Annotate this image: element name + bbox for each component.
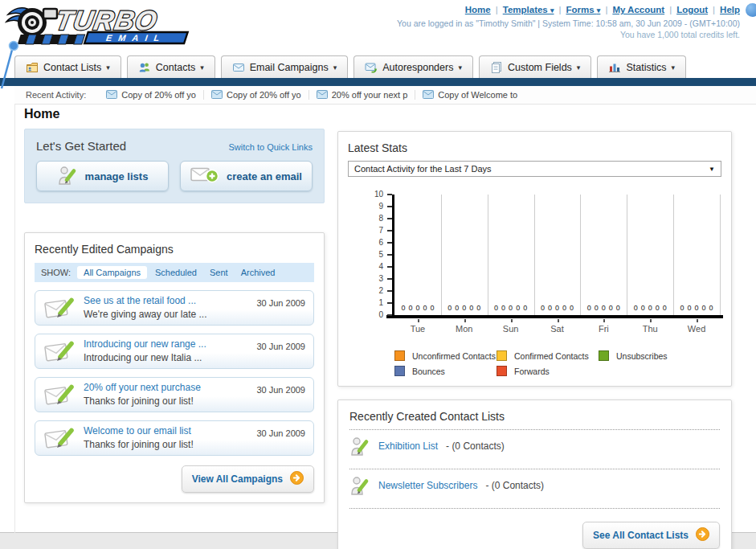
chart-value-label: 0 <box>602 304 606 312</box>
contact-list-name-link[interactable]: Exhibition List <box>378 440 438 452</box>
x-tick-mark <box>603 319 605 322</box>
legend-item-bounces: Bounces <box>394 366 497 376</box>
contact-list-items: Exhibition List- (0 Contacts)Newsletter … <box>349 430 720 509</box>
y-tick-label: 6 <box>348 238 383 247</box>
contact-list-item: Exhibition List- (0 Contacts) <box>349 430 720 462</box>
switch-to-quick-links-link[interactable]: Switch to Quick Links <box>228 142 313 152</box>
filter-scheduled[interactable]: Scheduled <box>155 268 197 277</box>
main-nav-tabs: Contact Lists▾Contacts▾Email Campaigns▾A… <box>14 55 686 78</box>
chart-value-group: 00000 <box>627 304 673 312</box>
email-campaigns-icon <box>232 61 245 74</box>
chevron-down-icon: ▾ <box>671 64 675 72</box>
person-pencil-icon <box>57 165 78 188</box>
turbo-email-logo[interactable]: TURBO EMAIL <box>5 2 206 47</box>
filter-sent[interactable]: Sent <box>210 268 228 277</box>
campaign-title-link[interactable]: See us at the retail food ... <box>84 295 250 306</box>
envelope-icon <box>317 90 328 99</box>
tab-label: Custom Fields <box>508 62 572 73</box>
campaign-card[interactable]: Welcome to our email listThanks for join… <box>35 420 314 456</box>
nav-link-my-account[interactable]: My Account <box>612 5 664 14</box>
legend-swatch <box>394 366 405 376</box>
y-tick-label: 2 <box>348 286 383 295</box>
chevron-down-icon: ▾ <box>577 64 581 72</box>
see-all-contact-lists-button[interactable]: See All Contact Lists <box>582 522 720 549</box>
recent-activity-bar: Recent Activity: Copy of 20% off yoCopy … <box>14 86 756 103</box>
y-tick-mark <box>387 242 392 244</box>
chart-value-group: 00000 <box>488 304 534 312</box>
campaign-date: 30 Jun 2009 <box>256 298 305 308</box>
y-tick-mark <box>387 206 392 207</box>
tab-label: Statistics <box>626 62 666 73</box>
login-status: You are logged in as "Timothy Smith" | S… <box>397 18 740 28</box>
campaign-title-link[interactable]: 20% off your next purchase <box>84 382 250 393</box>
create-an-email-button[interactable]: create an email <box>180 161 313 191</box>
envelope-icon <box>106 90 117 99</box>
tab-statistics[interactable]: Statistics▾ <box>597 55 686 78</box>
campaign-subtitle: Thanks for joining our list! <box>84 439 194 450</box>
tab-custom-fields[interactable]: Custom Fields▾ <box>479 55 591 78</box>
chevron-down-icon: ▼ <box>709 166 715 173</box>
nav-link-help[interactable]: Help <box>720 5 740 14</box>
y-tick-label: 0 <box>348 310 383 319</box>
chart-value-label: 0 <box>455 304 459 312</box>
legend-label: Forwards <box>514 367 550 376</box>
chart-gridline <box>627 195 627 315</box>
campaign-card[interactable]: 20% off your next purchaseThanks for joi… <box>35 377 314 412</box>
manage-lists-button[interactable]: manage lists <box>36 161 169 191</box>
chart-x-axis <box>386 315 723 318</box>
campaign-filter-bar: SHOW: All CampaignsScheduledSentArchived <box>35 263 314 282</box>
campaign-title-link[interactable]: Welcome to our email list <box>84 425 250 436</box>
see-all-contact-lists-label: See All Contact Lists <box>593 530 689 541</box>
tab-contacts[interactable]: Contacts▾ <box>127 55 215 78</box>
contact-list-item: Newsletter Subscribers- (0 Contacts) <box>349 469 720 502</box>
legend-swatch <box>497 350 507 361</box>
nav-link-templates[interactable]: Templates ▾ <box>503 5 554 14</box>
filter-archived[interactable]: Archived <box>241 268 276 277</box>
x-tick-mark <box>650 319 652 322</box>
chart-legend: Unconfirmed ContactsConfirmed ContactsUn… <box>394 350 712 376</box>
navy-accent-bar <box>0 78 756 86</box>
nav-link-logout[interactable]: Logout <box>676 5 708 14</box>
chart-value-group: 00000 <box>580 304 627 312</box>
recent-activity-item-label: Copy of 20% off yo <box>227 90 301 100</box>
filter-all-campaigns[interactable]: All Campaigns <box>77 266 147 279</box>
recent-activity-item-label: Copy of 20% off yo <box>121 90 196 100</box>
recent-activity-item[interactable]: Copy of 20% off yo <box>99 90 204 100</box>
contact-list-name-link[interactable]: Newsletter Subscribers <box>378 480 477 491</box>
header-right: Home|Templates ▾|Forms ▾|My Account|Logo… <box>397 5 740 39</box>
stats-period-dropdown[interactable]: Contact Activity for the Last 7 Days ▼ <box>348 161 721 177</box>
view-all-campaigns-button[interactable]: View All Campaigns <box>182 465 314 493</box>
chart-value-label: 0 <box>663 304 667 312</box>
tab-autoresponders[interactable]: Autoresponders▾ <box>353 55 473 78</box>
campaign-card[interactable]: See us at the retail food ...We're givin… <box>35 290 314 326</box>
contacts-icon <box>138 61 151 74</box>
show-label: SHOW: <box>41 268 71 277</box>
nav-link-home[interactable]: Home <box>465 5 491 14</box>
campaign-envelope-pencil-icon <box>43 338 77 364</box>
chart-y-axis <box>392 195 394 318</box>
envelope-icon <box>211 90 223 99</box>
tab-label: Autoresponders <box>382 62 453 73</box>
chart-value-label: 0 <box>415 304 419 312</box>
recent-activity-item[interactable]: 20% off your next p <box>309 90 416 100</box>
autoresponders-icon <box>365 61 378 74</box>
recent-activity-item[interactable]: Copy of 20% off yo <box>204 90 309 100</box>
tab-email-campaigns[interactable]: Email Campaigns▾ <box>221 55 349 78</box>
nav-link-forms[interactable]: Forms ▾ <box>566 5 601 14</box>
recent-activity-item[interactable]: Copy of Welcome to <box>415 90 525 100</box>
chart-value-label: 0 <box>501 304 505 312</box>
chart-value-label: 0 <box>430 304 434 312</box>
chart-gridline <box>534 195 535 315</box>
x-tick-mark <box>558 319 559 322</box>
campaign-card[interactable]: Introducing our new range ...Introducing… <box>35 334 314 369</box>
legend-item-unconfirmed-contacts: Unconfirmed Contacts <box>394 350 497 361</box>
x-axis-label: Thu <box>627 324 673 334</box>
lets-get-started-title: Let's Get Started <box>36 139 126 153</box>
person-pencil-icon <box>349 475 370 496</box>
chart-value-label: 0 <box>688 304 692 312</box>
campaign-title-link[interactable]: Introducing our new range ... <box>84 338 250 350</box>
tab-contact-lists[interactable]: Contact Lists▾ <box>14 55 121 78</box>
y-tick-label: 9 <box>348 202 383 211</box>
y-tick-mark <box>387 314 392 316</box>
chart-value-label: 0 <box>555 304 559 312</box>
